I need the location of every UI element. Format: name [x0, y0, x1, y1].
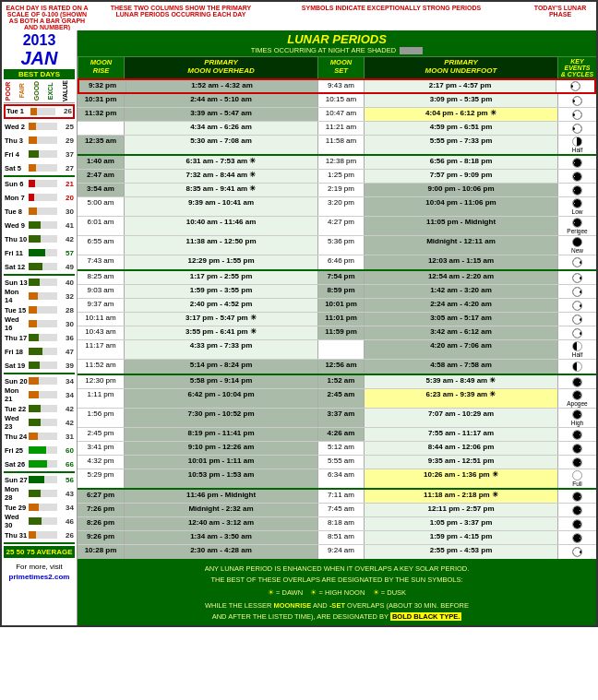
table-row-wed30: 9:26 pm 1:34 am - 3:50 am 8:51 am 1:59 p… [78, 531, 596, 545]
day-row-fri25: Fri 25 60 [4, 444, 75, 457]
month-label: JAN [4, 49, 75, 67]
col-fair: FAIR [18, 79, 31, 102]
table-row-tue29: 8:26 pm 12:40 am - 3:12 am 8:18 am 1:05 … [78, 517, 596, 531]
day-row-wed2: Wed 2 25 [4, 120, 75, 134]
day-row-wed30: Wed 30 46 [4, 515, 75, 528]
table-row-fri25: 4:32 pm 10:01 pm - 1:11 am 5:55 am 9:35 … [78, 456, 596, 469]
week-5: Sun 27 56 Mon 28 43 Tue 29 [4, 473, 75, 544]
day-row-fri4: Fri 4 37 [4, 148, 75, 161]
table-row-wed23: 2:45 pm 8:19 pm - 11:41 pm 4:26 am 7:55 … [78, 428, 596, 442]
table-row-thu3: 11:32 pm 3:39 am - 5:47 am 10:47 am 4:04… [78, 108, 596, 122]
table-subtitle: TIMES OCCURRING AT NIGHT ARE SHADED [78, 46, 596, 56]
week-4: Sun 20 34 Mon 21 34 Tue 22 [4, 374, 75, 473]
table-row-sat26: 5:29 pm 10:53 pm - 1:53 am 6:34 am 10:26… [78, 469, 596, 488]
table-row-wed16: 10:11 am 3:17 pm - 5:47 pm ☀ 11:01 pm 3:… [78, 313, 596, 326]
table-row-thu24: 3:41 pm 9:10 pm - 12:26 am 5:12 am 8:44 … [78, 442, 596, 456]
table-row-sat12: 7:43 am 12:29 pm - 1:55 pm 6:46 pm 12:03… [78, 255, 596, 269]
table-row-thu17: 10:43 am 3:55 pm - 6:41 pm ☀ 11:59 pm 3:… [78, 326, 596, 340]
day-row-thu31: Thu 31 26 [4, 528, 75, 542]
day-row-fri11: Fri 11 57 [4, 246, 75, 260]
lunar-table: LUNAR PERIODS TIMES OCCURRING AT NIGHT A… [78, 30, 596, 625]
col-moon-rise: MOONRISE [78, 57, 124, 78]
col-phase-header: KEYEVENTS& CYCLES [557, 57, 596, 78]
table-row-wed9: 5:00 am 9:39 am - 10:41 am 3:20 pm 10:04… [78, 197, 596, 217]
week-section-3: 8:25 am 1:17 pm - 2:55 pm 7:54 pm 12:54 … [78, 271, 596, 375]
table-row-thu10: 6:01 am 10:40 am - 11:46 am 4:27 pm 11:0… [78, 217, 596, 236]
table-row-sun20: 12:30 pm 5:58 pm - 9:14 pm 1:52 am 5:39 … [78, 375, 596, 389]
table-row-wed2: 10:31 pm 2:44 am - 5:10 am 10:15 am 3:09… [78, 94, 596, 108]
week-section-5: 6:27 pm 11:46 pm - Midnight 7:11 am 11:1… [78, 490, 596, 561]
day-row-mon14: Mon 14 32 [4, 290, 75, 303]
day-row-tue1: Tue 1 26 [4, 104, 75, 119]
table-row-sat5: 12:35 am 5:30 am - 7:08 am 11:58 am 5:55… [78, 136, 596, 154]
table-row-mon28: 7:26 pm Midnight - 2:32 am 7:45 am 12:11… [78, 504, 596, 517]
anno-scale: EACH DAY IS RATED ON A SCALE OF 0-100 (S… [6, 5, 89, 30]
table-row-thu31: 10:28 pm 2:30 am - 4:28 am 9:24 am 2:55 … [78, 545, 596, 559]
day-row-thu24: Thu 24 31 [4, 430, 75, 444]
table-row-sat19: 11:52 am 5:14 pm - 8:24 pm 12:56 am 4:58… [78, 360, 596, 374]
table-title: LUNAR PERIODS [78, 30, 596, 46]
day-row-thu10: Thu 10 42 [4, 232, 75, 246]
table-row-fri11: 6:55 am 11:38 am - 12:50 pm 5:36 pm Midn… [78, 236, 596, 255]
week-1: Tue 1 26 Wed 2 25 Thu 3 [4, 104, 75, 177]
best-days-header: BEST DAYS [4, 69, 75, 79]
col-good: GOOD [32, 79, 46, 102]
day-row-mon21: Mon 21 34 [4, 388, 75, 402]
day-row-thu17: Thu 17 36 [4, 331, 75, 345]
table-row-fri18: 11:17 am 4:33 pm - 7:33 pm 4:20 am - 7:0… [78, 340, 596, 360]
average-box: 25 50 75 AVERAGE [4, 546, 75, 558]
week-3: Sun 13 40 Mon 14 32 Tue 15 [4, 276, 75, 374]
day-row-sat19: Sat 19 39 [4, 359, 75, 373]
col-poor: POOR [4, 79, 18, 102]
col-moon-set: MOONSET [317, 57, 364, 78]
col-value: VALUE [61, 79, 75, 102]
table-row-fri4: 4:34 am - 6:26 am 11:21 am 4:59 pm - 6:5… [78, 122, 596, 136]
year-label: 2013 [4, 32, 75, 49]
week-section-1: 9:32 pm 1:52 am - 4:32 am 9:43 am 2:17 p… [78, 78, 596, 156]
anno-phase: TODAY'S LUNAR PHASE [528, 5, 592, 30]
table-row-tue22: 1:56 pm 7:30 pm - 10:52 pm 3:37 am 7:07 … [78, 409, 596, 428]
table-row-tue8: 3:54 am 8:35 am - 9:41 am ☀ 2:19 pm 9:00… [78, 184, 596, 197]
day-row-thu3: Thu 3 29 [4, 134, 75, 148]
anno-symbols: SYMBOLS INDICATE EXCEPTIONALLY STRONG PE… [255, 5, 528, 30]
day-row-sat26: Sat 26 66 [4, 457, 75, 471]
table-row-tue1: 9:32 pm 1:52 am - 4:32 am 9:43 am 2:17 p… [78, 78, 596, 94]
day-row-wed23: Wed 23 42 [4, 416, 75, 430]
table-row-sun27: 6:27 pm 11:46 pm - Midnight 7:11 am 11:1… [78, 490, 596, 504]
week-2: Sun 6 21 Mon 7 20 Tue 8 [4, 177, 75, 276]
day-row-wed9: Wed 9 41 [4, 219, 75, 232]
day-row-wed16: Wed 16 30 [4, 317, 75, 331]
day-row-mon28: Mon 28 43 [4, 487, 75, 501]
anno-columns: THESE TWO COLUMNS SHOW THE PRIMARY LUNAR… [107, 5, 255, 30]
col-primary-underfoot: PRIMARYMOON UNDERFOOT [364, 57, 557, 78]
table-row-mon14: 9:03 am 1:59 pm - 3:55 pm 8:59 pm 1:42 a… [78, 285, 596, 299]
table-row-mon7: 2:47 am 7:32 am - 8:44 am ☀ 1:25 pm 7:57… [78, 170, 596, 184]
day-row-sun6: Sun 6 21 [4, 177, 75, 191]
table-row-tue15: 9:37 am 2:40 pm - 4:52 pm 10:01 pm 2:24 … [78, 299, 596, 313]
table-row-mon21: 1:11 pm 6:42 pm - 10:04 pm 2:45 am 6:23 … [78, 389, 596, 409]
day-row-mon7: Mon 7 20 [4, 191, 75, 205]
day-row-sat5: Sat 5 27 [4, 161, 75, 175]
table-row-sun6: 1:40 am 6:31 am - 7:53 am ☀ 12:38 pm 6:5… [78, 156, 596, 170]
day-row-fri18: Fri 18 47 [4, 345, 75, 359]
sidebar: 2013 JAN BEST DAYS POOR FAIR GOOD EXCL V… [2, 30, 78, 625]
week-section-4: 12:30 pm 5:58 pm - 9:14 pm 1:52 am 5:39 … [78, 375, 596, 490]
footer-note: ANY LUNAR PERIOD IS ENHANCED WHEN IT OVE… [78, 561, 596, 625]
table-row-sun13: 8:25 am 1:17 pm - 2:55 pm 7:54 pm 12:54 … [78, 271, 596, 285]
for-more: For more, visit primetimes2.com [4, 562, 75, 582]
col-excl: EXCL [46, 79, 60, 102]
col-primary-overhead: PRIMARYMOON OVERHEAD [124, 57, 317, 78]
day-row-tue8: Tue 8 30 [4, 205, 75, 219]
site-link[interactable]: primetimes2.com [4, 572, 75, 582]
week-section-2: 1:40 am 6:31 am - 7:53 am ☀ 12:38 pm 6:5… [78, 156, 596, 271]
day-row-sat12: Sat 12 49 [4, 260, 75, 274]
